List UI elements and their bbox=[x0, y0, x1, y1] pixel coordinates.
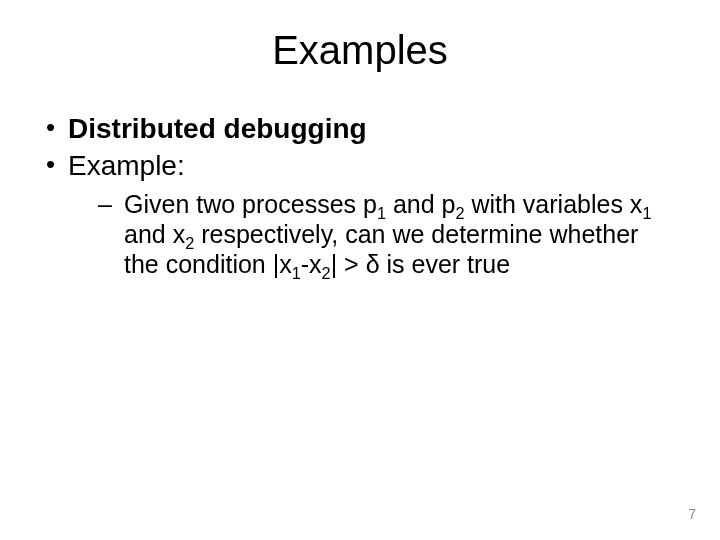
sub-text-3: and x bbox=[124, 220, 185, 248]
subscript-1b: 1 bbox=[642, 204, 651, 222]
sub-bullet-item: Given two processes p1 and p2 with varia… bbox=[68, 189, 680, 279]
bullet-item-1: Distributed debugging bbox=[40, 111, 680, 146]
sub-text-5: -x bbox=[301, 250, 322, 278]
sub-text-1: and p bbox=[386, 190, 456, 218]
sub-text-2: with variables x bbox=[465, 190, 643, 218]
bullet-item-2-text: Example: bbox=[68, 150, 185, 181]
slide: Examples Distributed debugging Example: … bbox=[0, 0, 720, 540]
bullet-item-1-text: Distributed debugging bbox=[68, 113, 367, 144]
bullet-item-2: Example: Given two processes p1 and p2 w… bbox=[40, 148, 680, 279]
bullet-list-level1: Distributed debugging Example: Given two… bbox=[40, 111, 680, 279]
sub-text-0: Given two processes p bbox=[124, 190, 377, 218]
subscript-2c: 2 bbox=[322, 264, 331, 282]
sub-text-6: | > δ is ever true bbox=[331, 250, 511, 278]
slide-title: Examples bbox=[40, 28, 680, 73]
bullet-list-level2: Given two processes p1 and p2 with varia… bbox=[68, 189, 680, 279]
page-number: 7 bbox=[688, 506, 696, 522]
subscript-1c: 1 bbox=[292, 264, 301, 282]
